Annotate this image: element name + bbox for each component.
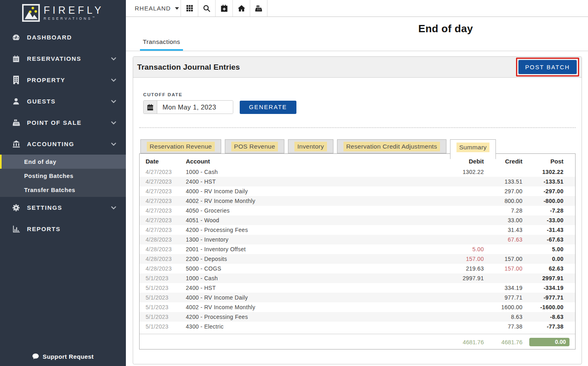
submenu-item-transfer-batches[interactable]: Transfer Batches — [0, 183, 126, 197]
journal-totals-row: 4681.76 4681.76 0.00 — [140, 334, 575, 350]
journal-row: 5/1/2023 4002 - RV Income Monthly 1600.0… — [140, 302, 575, 312]
sidebar-item-accounting[interactable]: ACCOUNTING — [0, 133, 126, 155]
sidebar-item-property[interactable]: PROPERTY — [0, 69, 126, 91]
transaction-journal-panel: Transaction Journal Entries POST BATCH C… — [133, 56, 582, 364]
cell-date: 4/28/2023 — [146, 256, 186, 262]
caret-down-icon — [175, 7, 179, 10]
content: Transaction Journal Entries POST BATCH C… — [126, 51, 588, 366]
tab-reservation-credit-adjustments[interactable]: Reservation Credit Adjustments — [337, 139, 446, 153]
cell-account: 1000 - Cash — [186, 275, 436, 281]
cell-credit: 33.00 — [484, 217, 522, 223]
cell-account: 1300 - Inventory — [186, 236, 436, 243]
firefly-logo-icon — [22, 4, 40, 22]
cell-credit: 67.63 — [484, 236, 522, 243]
tab-summary[interactable]: Summary — [450, 139, 496, 159]
cell-post: -297.00 — [522, 188, 569, 194]
cell-post: -31.43 — [522, 227, 569, 233]
chevron-down-icon — [111, 57, 116, 60]
tab-pos-revenue[interactable]: POS Revenue — [225, 139, 284, 153]
cell-date: 4/28/2023 — [146, 246, 186, 252]
panel-header: Transaction Journal Entries POST BATCH — [133, 57, 582, 78]
cell-date: 4/28/2023 — [146, 236, 186, 243]
chevron-down-icon — [111, 206, 116, 209]
sidebar-item-reservations[interactable]: RESERVATIONS — [0, 48, 126, 69]
cell-date: 5/1/2023 — [146, 294, 186, 301]
tab-reservation-revenue[interactable]: Reservation Revenue — [140, 139, 221, 153]
cell-account: 2400 - HST — [186, 285, 436, 291]
divider — [139, 127, 576, 128]
cell-account: 4000 - RV Income Daily — [186, 188, 436, 194]
pos-button[interactable] — [250, 0, 267, 17]
journal-row: 4/28/2023 2200 - Deposits 157.00 157.00 … — [140, 254, 575, 264]
calendar-addon[interactable] — [144, 101, 157, 114]
home-button[interactable] — [233, 0, 250, 17]
cell-post: 5.00 — [522, 246, 569, 252]
cell-post: 0.00 — [522, 256, 569, 262]
bar-chart-icon — [11, 225, 21, 233]
cell-date: 4/27/2023 — [146, 227, 186, 233]
panel-body: CUTOFF DATE GENERATE — [133, 78, 582, 364]
cell-credit: 77.38 — [484, 323, 522, 330]
search-button[interactable] — [198, 0, 216, 17]
cell-account: 2001 - Inventory Offset — [186, 246, 436, 252]
cell-credit: 297.00 — [484, 188, 522, 194]
cell-account: 4051 - Wood — [186, 217, 436, 223]
brand-logo[interactable]: FIREFLY RESERVATIONS™ — [0, 0, 126, 27]
cell-post: 62.63 — [522, 265, 569, 272]
cutoff-date-input[interactable] — [157, 101, 233, 114]
tab-inventory[interactable]: Inventory — [288, 139, 333, 153]
post-batch-button[interactable]: POST BATCH — [518, 60, 577, 74]
sidebar-item-guests[interactable]: GUESTS — [0, 91, 126, 112]
cell-account: 4000 - RV Income Daily — [186, 294, 436, 301]
submenu-item-end-of-day[interactable]: End of day — [0, 155, 126, 169]
journal-row: 4/28/2023 2001 - Inventory Offset 5.00 5… — [140, 244, 575, 254]
sidebar-item-settings[interactable]: SETTINGS — [0, 197, 126, 218]
cell-credit: 977.71 — [484, 294, 522, 301]
cell-account: 1000 - Cash — [186, 169, 436, 175]
cell-date: 4/27/2023 — [146, 217, 186, 223]
tab-transactions[interactable]: Transactions — [140, 38, 183, 51]
gear-icon — [11, 204, 21, 212]
home-icon — [237, 4, 246, 12]
cell-post: -1600.00 — [522, 304, 569, 310]
page-header: End of day Transactions — [126, 17, 588, 51]
cell-date: 5/1/2023 — [146, 285, 186, 291]
journal-row: 4/27/2023 4050 - Groceries 7.28 -7.28 — [140, 206, 575, 215]
cell-credit: 133.51 — [484, 178, 522, 185]
sidebar-item-point-of-sale[interactable]: POINT OF SALE — [0, 112, 126, 133]
journal-row: 4/27/2023 4000 - RV Income Daily 297.00 … — [140, 186, 575, 196]
chevron-down-icon — [111, 121, 116, 124]
post-batch-annotation-box: POST BATCH — [516, 58, 579, 77]
sidebar-item-dashboard[interactable]: DASHBOARD — [0, 27, 126, 48]
col-header-date: Date — [146, 158, 186, 165]
journal-table-header: Date Account Debit Credit Post — [140, 154, 575, 167]
generate-button[interactable]: GENERATE — [240, 101, 296, 114]
apps-grid-button[interactable] — [181, 0, 198, 17]
cell-date: 5/1/2023 — [146, 314, 186, 320]
sidebar-item-reports[interactable]: REPORTS — [0, 218, 126, 240]
cell-date: 4/27/2023 — [146, 188, 186, 194]
submenu-item-posting-batches[interactable]: Posting Batches — [0, 169, 126, 183]
journal-table: Date Account Debit Credit Post 4/27/2023… — [139, 153, 576, 349]
accounting-submenu: End of day Posting Batches Transfer Batc… — [0, 155, 126, 197]
cell-account: 4200 - Processing Fees — [186, 227, 436, 233]
cell-account: 4200 - Processing Fees — [186, 314, 436, 320]
speech-bubble-icon — [32, 353, 39, 360]
cell-credit: 7.28 — [484, 207, 522, 214]
support-request-link[interactable]: Support Request — [0, 347, 126, 366]
cell-post: -977.71 — [522, 294, 569, 301]
journal-row: 5/1/2023 1000 - Cash 2997.91 2997.91 — [140, 273, 575, 283]
cash-register-icon — [255, 4, 263, 12]
journal-row: 5/1/2023 4200 - Processing Fees 8.63 -8.… — [140, 312, 575, 322]
journal-row: 4/27/2023 2400 - HST 133.51 -133.51 — [140, 177, 575, 186]
chevron-down-icon — [111, 100, 116, 103]
cell-credit: 31.43 — [484, 227, 522, 233]
credit-total: 4681.76 — [484, 339, 522, 345]
new-reservation-button[interactable] — [216, 0, 233, 17]
calendar-icon — [11, 55, 21, 63]
grid-icon — [186, 4, 193, 12]
property-selector[interactable]: RHEALAND — [126, 0, 181, 17]
cell-post: -334.19 — [522, 285, 569, 291]
cell-credit: 157.00 — [484, 265, 522, 272]
cell-account: 4300 - Electric — [186, 323, 436, 330]
